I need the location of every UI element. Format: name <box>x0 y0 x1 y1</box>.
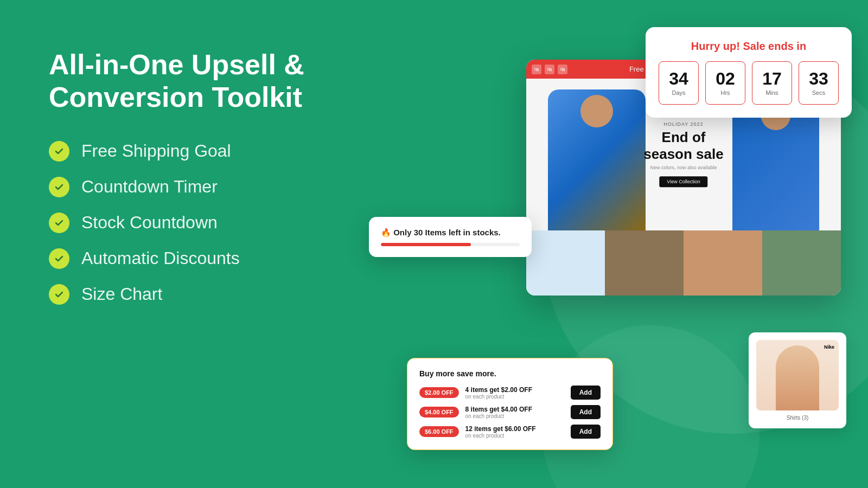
main-title: All-in-One Upsell &Conversion Toolkit <box>49 49 353 114</box>
check-icon-stock-countdown <box>49 213 69 233</box>
feature-list: Free Shipping Goal Countdown Timer Stock… <box>49 141 353 305</box>
person-left-image <box>548 89 646 230</box>
discount-desc-main-1: 4 items get $2.00 OFF <box>465 386 564 394</box>
feature-item-automatic-discounts: Automatic Discounts <box>49 248 353 269</box>
nike-product-label: Shirts (3) <box>756 415 839 421</box>
countdown-box-secs: 33 Secs <box>799 61 839 105</box>
countdown-card-title: Hurry up! Sale ends in <box>659 40 839 53</box>
check-icon-automatic-discounts <box>49 248 69 269</box>
discount-badge-1: $2.00 OFF <box>419 387 459 398</box>
discount-desc-2: 8 items get $4.00 OFF on each product <box>465 406 564 419</box>
product-strip <box>526 230 841 296</box>
countdown-hrs-value: 02 <box>716 70 735 87</box>
discount-card-title: Buy more save more. <box>419 369 601 378</box>
add-button-1[interactable]: Add <box>571 386 601 400</box>
discount-desc-sub-3: on each product <box>465 433 564 439</box>
view-collection-button[interactable]: View Collection <box>659 177 707 188</box>
stock-bar-background <box>381 243 520 246</box>
left-panel: All-in-One Upsell &Conversion Toolkit Fr… <box>49 49 353 305</box>
stock-countdown-card: 🔥 Only 30 Items left in stocks. <box>369 217 532 257</box>
feature-label-automatic-discounts: Automatic Discounts <box>81 248 240 268</box>
feature-item-stock-countdown: Stock Countdown <box>49 213 353 233</box>
countdown-boxes: 34 Days 02 Hrs 17 Mins 33 Secs <box>659 61 839 105</box>
discount-desc-sub-2: on each product <box>465 413 564 419</box>
discount-row-3: $6.00 OFF 12 items get $6.00 OFF on each… <box>419 425 601 439</box>
discount-row-1: $2.00 OFF 4 items get $2.00 OFF on each … <box>419 386 601 400</box>
discount-desc-1: 4 items get $2.00 OFF on each product <box>465 386 564 400</box>
discount-desc-sub-1: on each product <box>465 394 564 400</box>
add-button-3[interactable]: Add <box>571 425 601 439</box>
countdown-days-label: Days <box>672 89 685 96</box>
discount-desc-3: 12 items get $6.00 OFF on each product <box>465 425 564 439</box>
check-icon-free-shipping <box>49 141 69 162</box>
hero-text: HOLIDAY 2022 End ofseason sale New color… <box>643 121 723 187</box>
countdown-box-hrs: 02 Hrs <box>705 61 745 105</box>
shopify-bag-icon-1: 🛍 <box>532 65 541 74</box>
discount-desc-main-2: 8 items get $4.00 OFF <box>465 406 564 413</box>
product-item-1 <box>526 230 605 296</box>
countdown-timer-card: Hurry up! Sale ends in 34 Days 02 Hrs 17… <box>646 27 852 118</box>
countdown-secs-label: Secs <box>812 89 825 96</box>
check-icon-countdown-timer <box>49 177 69 197</box>
feature-item-size-chart: Size Chart <box>49 284 353 305</box>
right-panel: 🛍 🛍 🛍 Free shipping for orders over 300d… <box>363 16 841 472</box>
countdown-hrs-label: Hrs <box>720 89 730 96</box>
discount-badge-3: $6.00 OFF <box>419 426 459 437</box>
countdown-mins-label: Mins <box>765 89 778 96</box>
discount-badge-2: $4.00 OFF <box>419 407 459 418</box>
stock-bar-fill <box>381 243 471 246</box>
discount-desc-main-3: 12 items get $6.00 OFF <box>465 425 564 433</box>
product-item-2 <box>605 230 684 296</box>
product-item-3 <box>684 230 762 296</box>
countdown-days-value: 34 <box>669 70 688 87</box>
feature-label-free-shipping: Free Shipping Goal <box>81 141 231 161</box>
hero-subtitle: HOLIDAY 2022 <box>643 121 723 127</box>
nike-person-image: Nike <box>756 340 839 410</box>
countdown-mins-value: 17 <box>762 70 782 87</box>
nike-logo: Nike <box>824 344 834 350</box>
stock-title: 🔥 Only 30 Items left in stocks. <box>381 228 520 237</box>
countdown-secs-value: 33 <box>809 70 828 87</box>
shopify-bag-icon-2: 🛍 <box>545 65 554 74</box>
shopify-icons-left: 🛍 🛍 🛍 <box>532 65 567 74</box>
countdown-box-days: 34 Days <box>659 61 699 105</box>
hero-title: End ofseason sale <box>643 129 723 163</box>
feature-item-free-shipping: Free Shipping Goal <box>49 141 353 162</box>
product-item-4 <box>762 230 841 296</box>
feature-item-countdown-timer: Countdown Timer <box>49 177 353 197</box>
shopify-bag-icon-3: 🛍 <box>558 65 567 74</box>
feature-label-size-chart: Size Chart <box>81 284 162 304</box>
check-icon-size-chart <box>49 284 69 305</box>
hero-desc: New colors, now also available <box>643 165 723 171</box>
nike-product-panel: Nike Shirts (3) <box>749 332 846 428</box>
feature-label-countdown-timer: Countdown Timer <box>81 177 218 197</box>
countdown-box-mins: 17 Mins <box>752 61 792 105</box>
discount-card: Buy more save more. $2.00 OFF 4 items ge… <box>407 358 613 450</box>
add-button-2[interactable]: Add <box>571 405 601 419</box>
feature-label-stock-countdown: Stock Countdown <box>81 213 218 233</box>
discount-row-2: $4.00 OFF 8 items get $4.00 OFF on each … <box>419 405 601 419</box>
